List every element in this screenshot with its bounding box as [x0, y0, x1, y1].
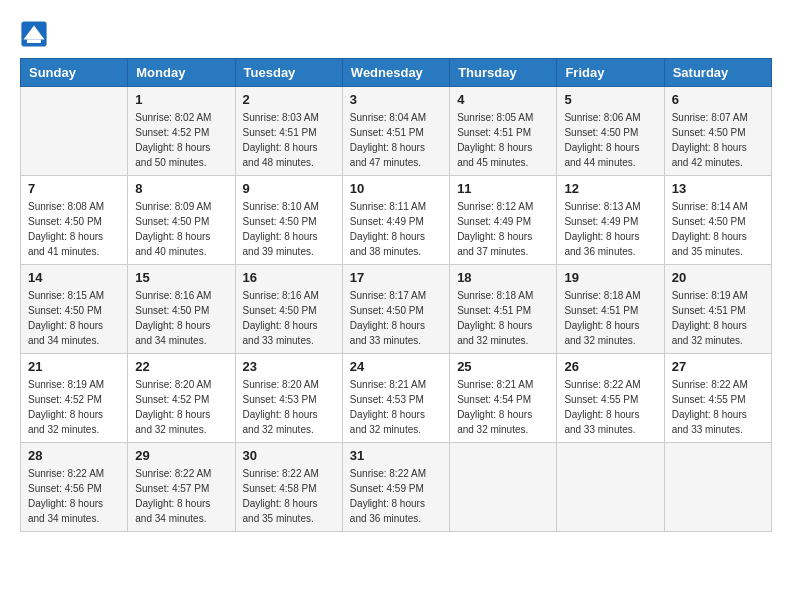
day-number: 30	[243, 448, 335, 463]
calendar-cell: 7Sunrise: 8:08 AM Sunset: 4:50 PM Daylig…	[21, 176, 128, 265]
calendar-cell: 19Sunrise: 8:18 AM Sunset: 4:51 PM Dayli…	[557, 265, 664, 354]
calendar-cell: 21Sunrise: 8:19 AM Sunset: 4:52 PM Dayli…	[21, 354, 128, 443]
day-number: 13	[672, 181, 764, 196]
day-info: Sunrise: 8:20 AM Sunset: 4:52 PM Dayligh…	[135, 377, 227, 437]
day-number: 12	[564, 181, 656, 196]
calendar-header: SundayMondayTuesdayWednesdayThursdayFrid…	[21, 59, 772, 87]
day-info: Sunrise: 8:04 AM Sunset: 4:51 PM Dayligh…	[350, 110, 442, 170]
calendar-cell: 20Sunrise: 8:19 AM Sunset: 4:51 PM Dayli…	[664, 265, 771, 354]
day-number: 27	[672, 359, 764, 374]
calendar-cell: 4Sunrise: 8:05 AM Sunset: 4:51 PM Daylig…	[450, 87, 557, 176]
day-number: 24	[350, 359, 442, 374]
day-info: Sunrise: 8:11 AM Sunset: 4:49 PM Dayligh…	[350, 199, 442, 259]
day-info: Sunrise: 8:16 AM Sunset: 4:50 PM Dayligh…	[135, 288, 227, 348]
day-number: 22	[135, 359, 227, 374]
calendar-cell: 2Sunrise: 8:03 AM Sunset: 4:51 PM Daylig…	[235, 87, 342, 176]
calendar-cell: 18Sunrise: 8:18 AM Sunset: 4:51 PM Dayli…	[450, 265, 557, 354]
day-number: 7	[28, 181, 120, 196]
day-info: Sunrise: 8:21 AM Sunset: 4:54 PM Dayligh…	[457, 377, 549, 437]
day-number: 4	[457, 92, 549, 107]
day-number: 14	[28, 270, 120, 285]
day-number: 6	[672, 92, 764, 107]
day-info: Sunrise: 8:09 AM Sunset: 4:50 PM Dayligh…	[135, 199, 227, 259]
day-number: 2	[243, 92, 335, 107]
calendar-cell: 28Sunrise: 8:22 AM Sunset: 4:56 PM Dayli…	[21, 443, 128, 532]
header-cell-tuesday: Tuesday	[235, 59, 342, 87]
day-number: 31	[350, 448, 442, 463]
calendar-cell: 26Sunrise: 8:22 AM Sunset: 4:55 PM Dayli…	[557, 354, 664, 443]
page-header	[20, 20, 772, 48]
day-info: Sunrise: 8:22 AM Sunset: 4:55 PM Dayligh…	[564, 377, 656, 437]
day-info: Sunrise: 8:06 AM Sunset: 4:50 PM Dayligh…	[564, 110, 656, 170]
calendar-body: 1Sunrise: 8:02 AM Sunset: 4:52 PM Daylig…	[21, 87, 772, 532]
calendar-week-4: 28Sunrise: 8:22 AM Sunset: 4:56 PM Dayli…	[21, 443, 772, 532]
day-number: 25	[457, 359, 549, 374]
calendar-cell: 27Sunrise: 8:22 AM Sunset: 4:55 PM Dayli…	[664, 354, 771, 443]
calendar-cell: 11Sunrise: 8:12 AM Sunset: 4:49 PM Dayli…	[450, 176, 557, 265]
calendar-cell: 22Sunrise: 8:20 AM Sunset: 4:52 PM Dayli…	[128, 354, 235, 443]
day-number: 29	[135, 448, 227, 463]
day-info: Sunrise: 8:14 AM Sunset: 4:50 PM Dayligh…	[672, 199, 764, 259]
day-info: Sunrise: 8:18 AM Sunset: 4:51 PM Dayligh…	[457, 288, 549, 348]
calendar-cell: 17Sunrise: 8:17 AM Sunset: 4:50 PM Dayli…	[342, 265, 449, 354]
header-row: SundayMondayTuesdayWednesdayThursdayFrid…	[21, 59, 772, 87]
calendar-table: SundayMondayTuesdayWednesdayThursdayFrid…	[20, 58, 772, 532]
day-info: Sunrise: 8:19 AM Sunset: 4:51 PM Dayligh…	[672, 288, 764, 348]
calendar-week-2: 14Sunrise: 8:15 AM Sunset: 4:50 PM Dayli…	[21, 265, 772, 354]
day-number: 9	[243, 181, 335, 196]
calendar-cell	[664, 443, 771, 532]
header-cell-thursday: Thursday	[450, 59, 557, 87]
day-info: Sunrise: 8:05 AM Sunset: 4:51 PM Dayligh…	[457, 110, 549, 170]
calendar-cell	[450, 443, 557, 532]
calendar-cell: 13Sunrise: 8:14 AM Sunset: 4:50 PM Dayli…	[664, 176, 771, 265]
day-number: 8	[135, 181, 227, 196]
day-number: 28	[28, 448, 120, 463]
calendar-cell: 8Sunrise: 8:09 AM Sunset: 4:50 PM Daylig…	[128, 176, 235, 265]
logo-icon	[20, 20, 48, 48]
calendar-cell: 14Sunrise: 8:15 AM Sunset: 4:50 PM Dayli…	[21, 265, 128, 354]
day-number: 19	[564, 270, 656, 285]
day-info: Sunrise: 8:22 AM Sunset: 4:55 PM Dayligh…	[672, 377, 764, 437]
day-number: 17	[350, 270, 442, 285]
day-info: Sunrise: 8:22 AM Sunset: 4:56 PM Dayligh…	[28, 466, 120, 526]
header-cell-friday: Friday	[557, 59, 664, 87]
day-number: 15	[135, 270, 227, 285]
calendar-cell: 23Sunrise: 8:20 AM Sunset: 4:53 PM Dayli…	[235, 354, 342, 443]
calendar-cell: 25Sunrise: 8:21 AM Sunset: 4:54 PM Dayli…	[450, 354, 557, 443]
header-cell-sunday: Sunday	[21, 59, 128, 87]
logo	[20, 20, 52, 48]
day-info: Sunrise: 8:10 AM Sunset: 4:50 PM Dayligh…	[243, 199, 335, 259]
day-info: Sunrise: 8:02 AM Sunset: 4:52 PM Dayligh…	[135, 110, 227, 170]
calendar-cell: 31Sunrise: 8:22 AM Sunset: 4:59 PM Dayli…	[342, 443, 449, 532]
day-info: Sunrise: 8:15 AM Sunset: 4:50 PM Dayligh…	[28, 288, 120, 348]
day-number: 26	[564, 359, 656, 374]
day-info: Sunrise: 8:03 AM Sunset: 4:51 PM Dayligh…	[243, 110, 335, 170]
day-number: 20	[672, 270, 764, 285]
calendar-cell: 10Sunrise: 8:11 AM Sunset: 4:49 PM Dayli…	[342, 176, 449, 265]
day-info: Sunrise: 8:12 AM Sunset: 4:49 PM Dayligh…	[457, 199, 549, 259]
calendar-cell: 24Sunrise: 8:21 AM Sunset: 4:53 PM Dayli…	[342, 354, 449, 443]
calendar-cell: 15Sunrise: 8:16 AM Sunset: 4:50 PM Dayli…	[128, 265, 235, 354]
day-number: 10	[350, 181, 442, 196]
day-info: Sunrise: 8:13 AM Sunset: 4:49 PM Dayligh…	[564, 199, 656, 259]
day-number: 11	[457, 181, 549, 196]
calendar-week-3: 21Sunrise: 8:19 AM Sunset: 4:52 PM Dayli…	[21, 354, 772, 443]
header-cell-wednesday: Wednesday	[342, 59, 449, 87]
calendar-cell: 9Sunrise: 8:10 AM Sunset: 4:50 PM Daylig…	[235, 176, 342, 265]
calendar-cell: 12Sunrise: 8:13 AM Sunset: 4:49 PM Dayli…	[557, 176, 664, 265]
day-info: Sunrise: 8:20 AM Sunset: 4:53 PM Dayligh…	[243, 377, 335, 437]
day-info: Sunrise: 8:19 AM Sunset: 4:52 PM Dayligh…	[28, 377, 120, 437]
header-cell-monday: Monday	[128, 59, 235, 87]
day-number: 21	[28, 359, 120, 374]
calendar-cell	[557, 443, 664, 532]
calendar-week-0: 1Sunrise: 8:02 AM Sunset: 4:52 PM Daylig…	[21, 87, 772, 176]
day-number: 5	[564, 92, 656, 107]
day-number: 16	[243, 270, 335, 285]
day-info: Sunrise: 8:18 AM Sunset: 4:51 PM Dayligh…	[564, 288, 656, 348]
calendar-cell: 16Sunrise: 8:16 AM Sunset: 4:50 PM Dayli…	[235, 265, 342, 354]
calendar-cell: 3Sunrise: 8:04 AM Sunset: 4:51 PM Daylig…	[342, 87, 449, 176]
day-info: Sunrise: 8:22 AM Sunset: 4:59 PM Dayligh…	[350, 466, 442, 526]
day-number: 3	[350, 92, 442, 107]
header-cell-saturday: Saturday	[664, 59, 771, 87]
day-info: Sunrise: 8:22 AM Sunset: 4:57 PM Dayligh…	[135, 466, 227, 526]
